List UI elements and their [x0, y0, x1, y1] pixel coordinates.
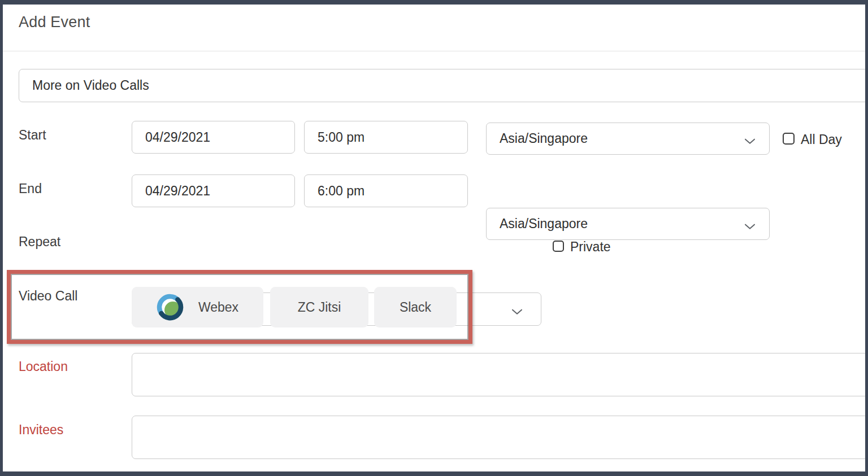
- start-date-input[interactable]: 04/29/2021: [132, 121, 295, 154]
- start-timezone-value: Asia/Singapore: [500, 131, 588, 146]
- start-time-input[interactable]: 5:00 pm: [304, 121, 468, 154]
- end-timezone-value: Asia/Singapore: [500, 216, 588, 232]
- repeat-label: Repeat: [19, 234, 60, 250]
- event-title-input[interactable]: [19, 69, 868, 102]
- end-time-value: 6:00 pm: [318, 184, 364, 199]
- end-time-input[interactable]: 6:00 pm: [304, 174, 468, 207]
- provider-button-label: ZC Jitsi: [298, 300, 341, 315]
- provider-button-label: Slack: [400, 300, 431, 315]
- invitees-label: Invitees: [19, 422, 63, 438]
- header-divider: [3, 51, 865, 51]
- location-input[interactable]: [132, 353, 868, 396]
- invitees-input[interactable]: [132, 416, 868, 459]
- end-timezone-select[interactable]: Asia/Singapore: [486, 208, 770, 240]
- chevron-down-icon: [744, 217, 756, 233]
- video-call-webex-button[interactable]: Webex: [132, 287, 263, 327]
- all-day-checkbox[interactable]: [783, 133, 795, 145]
- all-day-label: All Day: [801, 132, 842, 147]
- provider-button-label: Webex: [198, 300, 238, 315]
- video-call-slack-button[interactable]: Slack: [374, 287, 457, 327]
- end-date-input[interactable]: 04/29/2021: [132, 174, 295, 207]
- private-checkbox[interactable]: [553, 241, 564, 252]
- start-time-value: 5:00 pm: [318, 130, 364, 145]
- video-call-zc-jitsi-button[interactable]: ZC Jitsi: [270, 287, 368, 327]
- chevron-down-icon: [511, 303, 523, 318]
- end-label: End: [19, 181, 42, 196]
- start-label: Start: [19, 128, 46, 143]
- end-date-value: 04/29/2021: [145, 184, 210, 199]
- location-label: Location: [19, 359, 68, 374]
- chevron-down-icon: [744, 132, 756, 147]
- add-event-dialog: Add Event Start 04/29/2021 5:00 pm Asia/…: [0, 0, 868, 476]
- start-timezone-select[interactable]: Asia/Singapore: [486, 123, 770, 155]
- webex-logo-icon: [157, 294, 184, 321]
- private-label: Private: [570, 239, 611, 255]
- start-date-value: 04/29/2021: [145, 130, 210, 145]
- page-title: Add Event: [19, 14, 90, 31]
- video-call-label: Video Call: [19, 289, 77, 304]
